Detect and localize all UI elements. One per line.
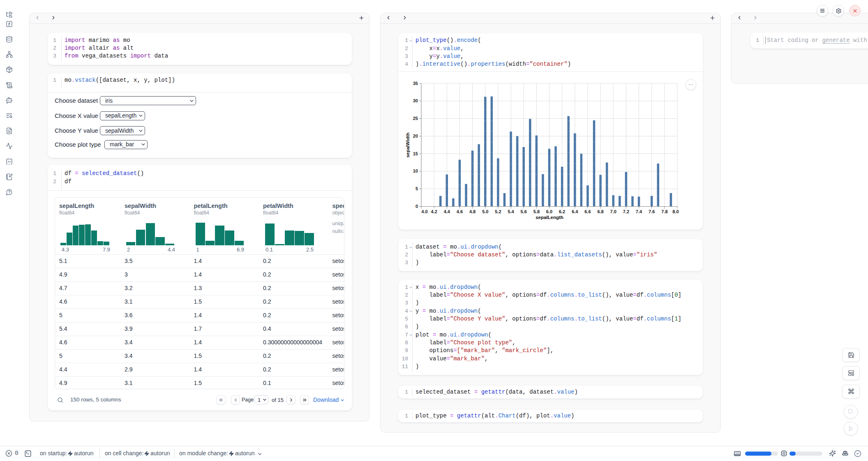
svg-text:5.2: 5.2 [495, 209, 501, 214]
svg-text:4.8: 4.8 [469, 209, 476, 214]
svg-text:7.6: 7.6 [649, 209, 655, 214]
svg-text:8.0: 8.0 [672, 209, 679, 214]
svg-text:5.8: 5.8 [533, 209, 540, 214]
svg-text:5.4: 5.4 [508, 209, 514, 214]
svg-text:7.2: 7.2 [623, 209, 629, 214]
svg-text:6.2: 6.2 [559, 209, 565, 214]
svg-text:25: 25 [413, 116, 418, 121]
svg-text:7.4: 7.4 [636, 209, 642, 214]
svg-text:6.6: 6.6 [584, 209, 591, 214]
svg-text:35: 35 [413, 81, 418, 86]
svg-text:7.0: 7.0 [610, 209, 616, 214]
svg-text:4.2: 4.2 [431, 209, 437, 214]
svg-text:4.6: 4.6 [457, 209, 463, 214]
svg-text:sepalLength: sepalLength [536, 215, 563, 220]
svg-text:6.4: 6.4 [572, 209, 578, 214]
svg-text:7.8: 7.8 [661, 209, 667, 214]
svg-text:30: 30 [413, 98, 418, 103]
svg-text:20: 20 [413, 134, 418, 138]
svg-text:5: 5 [416, 186, 418, 191]
svg-text:6.0: 6.0 [546, 209, 552, 214]
svg-text:10: 10 [413, 168, 418, 173]
svg-text:15: 15 [413, 151, 418, 156]
svg-text:4.4: 4.4 [444, 209, 450, 214]
svg-text:5.6: 5.6 [521, 209, 527, 214]
svg-text:4.0: 4.0 [421, 209, 427, 214]
svg-text:0: 0 [416, 204, 418, 209]
svg-text:sepalWidth: sepalWidth [405, 132, 410, 157]
svg-text:5.0: 5.0 [482, 209, 488, 214]
svg-text:6.8: 6.8 [597, 209, 603, 214]
